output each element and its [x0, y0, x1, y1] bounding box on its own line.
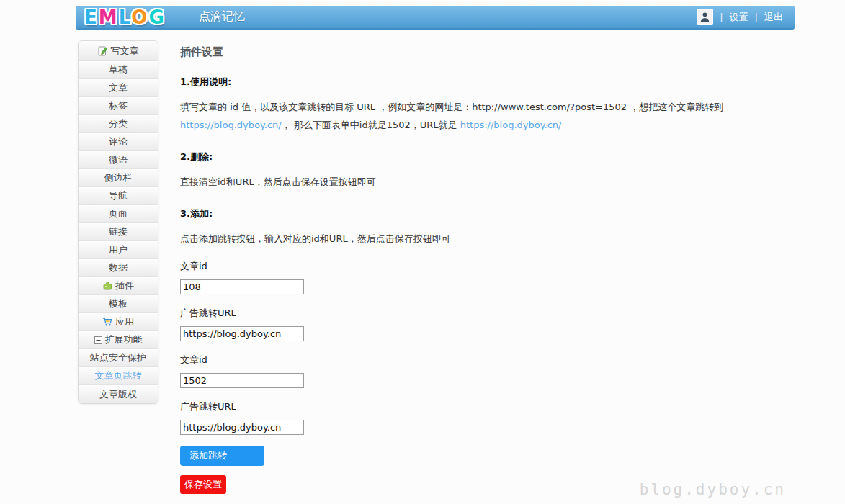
redirect-url-label: 广告跳转URL: [180, 400, 795, 413]
blog-link[interactable]: https://blog.dyboy.cn/: [180, 120, 282, 130]
sidebar-item-label: 分类: [109, 117, 128, 130]
logo-letter: G: [148, 6, 165, 28]
usage-heading: 1.使用说明:: [180, 76, 795, 89]
redirect-url-input-2[interactable]: [180, 420, 304, 435]
sidebar-item-label: 文章页跳转: [95, 369, 142, 382]
sidebar-item-label: 模板: [109, 297, 128, 310]
delete-text: 直接清空id和URL，然后点击保存设置按钮即可: [180, 173, 782, 191]
sidebar-item-comments[interactable]: 评论: [79, 133, 158, 151]
nav-divider: |: [720, 12, 723, 22]
form-group: 文章id: [180, 260, 795, 294]
article-id-input-2[interactable]: [180, 373, 304, 388]
sidebar-item-write-article[interactable]: 写文章: [79, 41, 158, 61]
sidebar-item-templates[interactable]: 模板: [79, 295, 158, 313]
write-icon: [98, 46, 108, 56]
logo-letter: M: [99, 6, 119, 28]
sidebar-item-data[interactable]: 数据: [79, 259, 158, 277]
sidebar-item-tags[interactable]: 标签: [79, 97, 158, 115]
watermark: blog.dyboy.cn: [640, 481, 786, 498]
sidebar-item-label: 文章版权: [99, 388, 137, 401]
header-bar: EMLOG 点滴记忆 | 设置 | 退出: [76, 6, 795, 30]
page-title: 插件设置: [180, 45, 795, 59]
article-id-label: 文章id: [180, 354, 795, 366]
emlog-logo[interactable]: EMLOG: [76, 8, 166, 27]
add-heading: 3.添加:: [180, 207, 795, 220]
logo-letter: L: [119, 6, 132, 28]
blog-link[interactable]: https://blog.dyboy.cn/: [460, 120, 562, 130]
sidebar-item-article-redirect[interactable]: 文章页跳转: [79, 367, 158, 385]
sidebar-item-users[interactable]: 用户: [79, 241, 158, 259]
form-group: 广告跳转URL: [180, 307, 795, 341]
delete-heading: 2.删除:: [180, 150, 795, 163]
sidebar-item-label: 写文章: [111, 45, 139, 58]
sidebar-item-article-copyright[interactable]: 文章版权: [79, 385, 158, 403]
sidebar-item-plugins[interactable]: 插件: [79, 277, 158, 295]
form-group: 广告跳转URL: [180, 400, 795, 435]
sidebar-item-label: 评论: [109, 135, 128, 148]
sidebar-item-categories[interactable]: 分类: [79, 115, 158, 133]
sidebar-item-label: 站点安全保护: [90, 351, 146, 364]
sidebar-item-links[interactable]: 链接: [79, 223, 158, 241]
sidebar-item-label: 草稿: [109, 63, 128, 76]
sidebar-item-label: 应用: [115, 315, 134, 328]
redirect-url-label: 广告跳转URL: [180, 307, 795, 320]
sidebar-item-label: 侧边栏: [104, 171, 133, 184]
redirect-url-input-1[interactable]: [180, 326, 304, 341]
usage-text-part: ， 那么下面表单中id就是1502，URL就是: [282, 120, 460, 130]
sidebar-item-label: 数据: [109, 261, 128, 274]
sidebar-item-sidebar-widgets[interactable]: 侧边栏: [79, 169, 158, 187]
sidebar-item-label: 用户: [109, 243, 128, 256]
sidebar-item-site-security[interactable]: 站点安全保护: [79, 349, 158, 367]
form-group: 文章id: [180, 354, 795, 388]
page-container: EMLOG 点滴记忆 | 设置 | 退出: [76, 6, 795, 504]
save-settings-button[interactable]: 保存设置: [180, 475, 226, 494]
sidebar-item-label: 标签: [109, 99, 128, 112]
app-store-icon: [102, 317, 112, 327]
user-avatar[interactable]: [697, 9, 713, 25]
sidebar-item-label: 链接: [109, 225, 128, 238]
user-icon: [699, 12, 710, 22]
sidebar-item-apps[interactable]: 应用: [79, 313, 158, 331]
sidebar-item-extensions[interactable]: 扩展功能: [79, 331, 158, 349]
settings-link[interactable]: 设置: [730, 11, 748, 24]
nav-divider: |: [755, 12, 758, 22]
redirect-settings-form: 文章id 广告跳转URL 文章id 广告跳转URL 添加跳转 保存设置: [180, 260, 795, 494]
article-id-label: 文章id: [180, 260, 795, 273]
sidebar-item-label: 插件: [115, 279, 134, 292]
plugin-icon: [102, 281, 112, 291]
add-redirect-button[interactable]: 添加跳转: [180, 446, 264, 466]
site-title: 点滴记忆: [199, 9, 245, 24]
sidebar-item-articles[interactable]: 文章: [79, 79, 158, 97]
sidebar-item-label: 微语: [109, 153, 128, 166]
main-content: 插件设置 1.使用说明: 填写文章的 id 值，以及该文章跳转的目标 URL ，…: [180, 40, 795, 494]
sidebar-item-label: 扩展功能: [105, 333, 143, 346]
sidebar-item-drafts[interactable]: 草稿: [79, 61, 158, 79]
sidebar-item-label: 页面: [109, 207, 128, 220]
usage-text: 填写文章的 id 值，以及该文章跳转的目标 URL ，例如文章的网址是：http…: [180, 98, 782, 134]
usage-text-part: 填写文章的 id 值，以及该文章跳转的目标 URL ，例如文章的网址是：http…: [180, 102, 723, 112]
sidebar: 写文章 草稿 文章 标签 分类 评论 微语 侧边栏 导航 页面 链接 用户 数据: [78, 40, 158, 404]
sidebar-item-navigation[interactable]: 导航: [79, 187, 158, 205]
collapse-icon: [94, 336, 102, 344]
sidebar-item-pages[interactable]: 页面: [79, 205, 158, 223]
add-text: 点击添加跳转按钮，输入对应的id和URL，然后点击保存按钮即可: [180, 230, 782, 248]
sidebar-item-label: 导航: [109, 189, 128, 202]
article-id-input-1[interactable]: [180, 279, 304, 294]
sidebar-item-label: 文章: [109, 81, 128, 94]
logo-letter: O: [131, 6, 148, 28]
logo-letter: E: [84, 6, 99, 28]
user-nav: | 设置 | 退出: [697, 9, 795, 25]
logout-link[interactable]: 退出: [764, 11, 783, 24]
sidebar-item-microblog[interactable]: 微语: [79, 151, 158, 169]
